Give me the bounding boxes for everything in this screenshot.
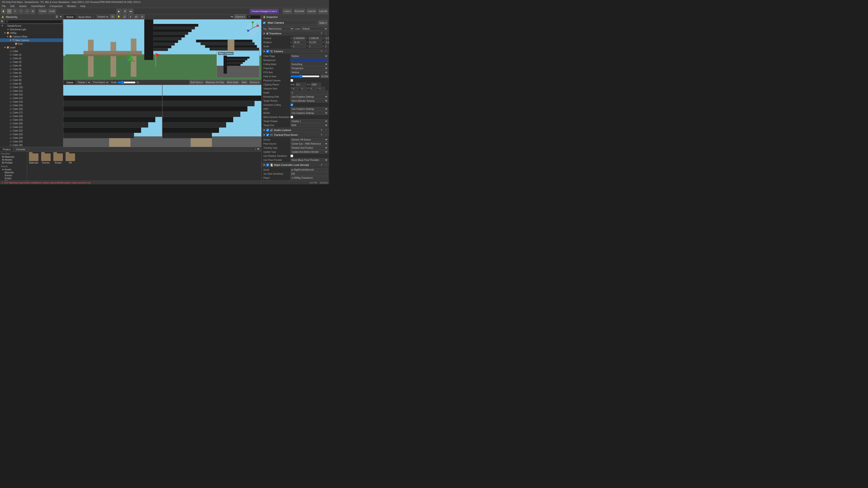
tree-item-xrRig[interactable]: ▼📦XRRig — [0, 31, 63, 35]
step-button[interactable]: ⏭ — [128, 9, 133, 14]
joystick-sensitivity-input[interactable] — [290, 172, 328, 175]
bottom-search-icon[interactable]: 🔍 — [257, 148, 260, 151]
far-clip-input[interactable] — [311, 83, 321, 86]
tool-transform[interactable]: ⊞ — [30, 9, 35, 14]
object-name-input[interactable] — [267, 21, 317, 25]
pos-z-input[interactable] — [324, 36, 329, 40]
tool-hand[interactable]: ✋ — [1, 9, 6, 14]
scene-gizmo[interactable]: X Y Z #Perling — [246, 21, 259, 35]
menu-help[interactable]: Help — [79, 5, 86, 7]
camera-active-checkbox[interactable] — [266, 50, 269, 53]
tree-item-cube13[interactable]: ◻Cube (13) — [0, 96, 63, 100]
pos-y-input[interactable] — [309, 36, 322, 40]
menu-assets[interactable]: Assets — [18, 5, 28, 7]
scale-x-input[interactable] — [292, 44, 306, 48]
maximize-btn[interactable]: Maximize On Play — [205, 80, 225, 85]
scale-y-input[interactable] — [309, 44, 322, 48]
tracked-pose-header[interactable]: ▼ 🎮 Tracked Pose Driver ? ⋮ — [261, 133, 329, 137]
tool-rotate[interactable]: ↻ — [13, 9, 18, 14]
both-eyes-btn[interactable]: Both Eyes ▾ — [189, 80, 204, 85]
fav-all-materials[interactable]: All Materials — [1, 156, 26, 158]
game-gizmos-btn[interactable]: Gizmos ▾ — [249, 80, 260, 85]
target-texture-select[interactable]: None (Render Texture) — [290, 99, 328, 103]
tree-item-cube8[interactable]: ◻Cube (8) — [0, 78, 63, 82]
scene-extra-btn[interactable]: ⊞ — [140, 14, 145, 20]
scene-viewport[interactable]: X Y Z #Perling Main Camera — [63, 20, 261, 80]
render-mode-select[interactable]: Shaded — [96, 15, 109, 19]
preview-packages-btn[interactable]: Preview Packages In Use ▾ — [250, 9, 279, 13]
tree-item-cube4[interactable]: ◻Cube (4) — [0, 64, 63, 67]
tree-item-cube14[interactable]: ◻Cube (14) — [0, 100, 63, 103]
right-controller-header[interactable]: ▼ 📜 Right Controller Look (Script) ? ⋮ — [261, 163, 329, 167]
mute-btn[interactable]: Mute Audio — [226, 80, 239, 85]
hierarchy-menu-icon[interactable]: ☰ — [56, 15, 58, 18]
object-active-checkbox[interactable] — [263, 22, 266, 24]
tracked-pose-menu-icon[interactable]: ⋮ — [324, 133, 328, 137]
vp-w-input[interactable] — [310, 87, 316, 90]
tree-item-cube17[interactable]: ◻Cube (17) — [0, 111, 63, 114]
tree-item-cube16[interactable]: ◻Cube (16) — [0, 107, 63, 111]
tree-item-mainCamera[interactable]: ▼📷Main Camera — [0, 38, 63, 42]
tool-scale[interactable]: ⤡ — [19, 9, 24, 14]
tracked-pose-help-icon[interactable]: ? — [320, 133, 323, 137]
layout-btn[interactable]: Layout ▾ — [318, 9, 328, 14]
fov-value-input[interactable] — [320, 74, 329, 78]
rendering-path-select[interactable]: Use Graphics Settings — [290, 95, 328, 98]
tree-item-cube20[interactable]: ◻Cube (20) — [0, 122, 63, 125]
msaa-select[interactable]: Use Graphics Settings — [290, 111, 328, 115]
asset-scripts-folder[interactable]: Scripts — [53, 153, 63, 164]
tree-item-cube12[interactable]: ◻Cube (12) — [0, 93, 63, 96]
right-controller-help-icon[interactable]: ? — [320, 163, 323, 167]
tree-item-cube23[interactable]: ◻Cube (23) — [0, 132, 63, 136]
camera-help-icon[interactable]: ? — [320, 50, 323, 53]
tree-materials[interactable]: Materials — [1, 171, 26, 174]
stats-btn[interactable]: Stats — [241, 80, 248, 85]
tree-item-cube2[interactable]: ◻Cube (2) — [0, 57, 63, 60]
tree-assets[interactable]: ▼ Assets — [1, 168, 26, 171]
right-controller-active-checkbox[interactable] — [266, 164, 269, 166]
layer-select[interactable]: Default — [301, 27, 328, 31]
tree-item-cube7[interactable]: ◻Cube (7) — [0, 74, 63, 78]
clear-flags-select[interactable]: Skybox — [290, 54, 328, 58]
tree-item-directionalLight[interactable]: ☀Directional Light — [0, 28, 63, 31]
rot-z-input[interactable] — [324, 40, 329, 44]
tree-item-cube3[interactable]: ◻Cube (3) — [0, 60, 63, 64]
scene-light-btn[interactable]: 💡 — [116, 14, 121, 20]
device-select[interactable]: Generic XR Device — [290, 138, 328, 141]
tree-item-cube5[interactable]: ◻Cube (5) — [0, 67, 63, 71]
tree-item-cube26[interactable]: ◻Cube (26) — [0, 143, 63, 147]
tab-scene[interactable]: Scene — [64, 15, 76, 19]
transform-menu-icon[interactable]: ⋮ — [324, 32, 328, 35]
audio-listener-header[interactable]: ▼ 🔊 Audio Listener ? ⋮ — [261, 128, 329, 132]
aspect-select[interactable]: Free Aspect — [92, 80, 109, 85]
audio-active-checkbox[interactable] — [266, 129, 269, 131]
tree-scenes[interactable]: Scenes — [1, 174, 26, 177]
play-button[interactable]: ▶ — [117, 9, 122, 14]
fov-axis-select[interactable]: Vertical — [290, 70, 328, 74]
scene-3d-btn[interactable]: 3D — [110, 14, 115, 20]
occlusion-culling-checkbox[interactable] — [290, 103, 293, 106]
audio-menu-icon[interactable]: ⋮ — [324, 128, 328, 132]
tree-item-level[interactable]: ▼📦Level — [0, 46, 63, 49]
fav-all-prefabs[interactable]: All Prefabs — [1, 161, 26, 164]
tool-move[interactable]: ✛ — [7, 9, 12, 14]
rot-x-input[interactable] — [292, 40, 306, 44]
tree-item-cube21[interactable]: ◻Cube (21) — [0, 125, 63, 129]
tree-item-cube18[interactable]: ◻Cube (18) — [0, 114, 63, 118]
projection-select[interactable]: Perspective — [290, 66, 328, 70]
pos-x-input[interactable] — [292, 36, 306, 40]
gizmos-btn[interactable]: Gizmos ▾ — [234, 14, 246, 20]
hdr-select[interactable]: Use Graphics Settings — [290, 107, 328, 111]
tree-item-cube11[interactable]: ◻Cube (11) — [0, 89, 63, 93]
depth-input[interactable] — [290, 91, 328, 94]
tree-item-cube15[interactable]: ◻Cube (15) — [0, 103, 63, 107]
vp-x-input[interactable] — [292, 87, 299, 90]
update-type-select[interactable]: Update And Before Render — [290, 150, 328, 154]
tracked-pose-active-checkbox[interactable] — [266, 133, 269, 136]
scene-search-input[interactable] — [247, 15, 260, 19]
pose-source-select[interactable]: Center Eye - HMD Reference — [290, 142, 328, 145]
menu-gameobject[interactable]: GameObject — [30, 5, 46, 7]
relative-transform-checkbox[interactable] — [290, 155, 293, 157]
tab-console[interactable]: Console — [13, 147, 28, 151]
vp-h-input[interactable] — [319, 87, 325, 90]
